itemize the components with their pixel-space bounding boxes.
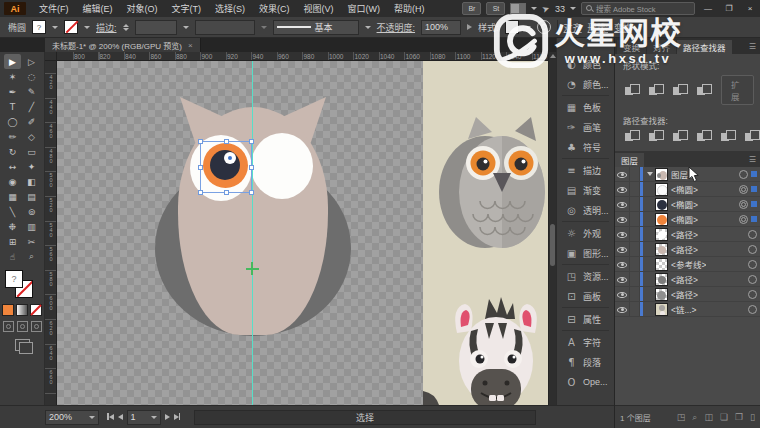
visibility-toggle[interactable] xyxy=(615,257,630,271)
draw-inside-icon[interactable] xyxy=(31,321,42,332)
tab-pathfinder[interactable]: 路径查找器 xyxy=(677,40,732,54)
paragraph-panel-button[interactable]: ¶段落 xyxy=(557,352,614,372)
free-transform-tool[interactable]: ▭ xyxy=(23,144,40,159)
draw-behind-icon[interactable] xyxy=(17,321,28,332)
selection-handle[interactable] xyxy=(249,139,254,144)
layer-name[interactable]: <椭圆> xyxy=(671,198,698,210)
minimize-button[interactable]: — xyxy=(700,2,716,15)
direct-selection-tool[interactable]: ▷ xyxy=(23,54,40,69)
gradient-tool[interactable]: ▤ xyxy=(23,189,40,204)
visibility-toggle[interactable] xyxy=(615,227,630,241)
canvas[interactable] xyxy=(57,61,548,405)
previous-artboard-button[interactable] xyxy=(118,414,123,420)
blend-tool[interactable]: ⊚ xyxy=(23,204,40,219)
chevron-down-icon[interactable] xyxy=(261,26,267,29)
artboard-tool[interactable]: ⊞ xyxy=(4,234,21,249)
target-circle[interactable] xyxy=(739,200,748,209)
selection-indicator[interactable] xyxy=(751,171,757,177)
layer-row-2[interactable]: <椭圆> xyxy=(615,197,760,212)
pathfinder-divide-icon[interactable] xyxy=(625,130,640,143)
ruler-origin-corner[interactable] xyxy=(45,52,57,61)
lock-toggle[interactable] xyxy=(630,197,640,211)
opacity-label[interactable]: 不透明度: xyxy=(377,21,416,34)
chevron-down-icon[interactable] xyxy=(365,26,371,29)
brushes-panel-button[interactable]: ✑画笔 xyxy=(557,117,614,137)
layer-name[interactable]: <路径> xyxy=(671,228,698,240)
gradient-button[interactable] xyxy=(16,304,28,316)
pen-tool[interactable]: ✒ xyxy=(4,84,21,99)
layer-row-5[interactable]: <路径> xyxy=(615,242,760,257)
share-icon[interactable]: ➤ xyxy=(541,3,552,15)
lock-toggle[interactable] xyxy=(630,167,640,181)
layer-row-4[interactable]: <路径> xyxy=(615,227,760,242)
first-artboard-button[interactable] xyxy=(107,412,114,422)
visibility-toggle[interactable] xyxy=(615,212,630,226)
next-artboard-button[interactable] xyxy=(165,414,170,420)
selection-indicator[interactable] xyxy=(751,201,757,207)
expand-button[interactable]: 扩展 xyxy=(721,75,754,105)
selection-handle[interactable] xyxy=(224,139,229,144)
eyedropper-tool[interactable]: ╲ xyxy=(4,204,21,219)
fill-swatch[interactable]: ? xyxy=(5,270,23,288)
lock-toggle[interactable] xyxy=(630,302,640,316)
layer-row-1[interactable]: <椭圆> xyxy=(615,182,760,197)
owl-right-eye-white[interactable] xyxy=(251,133,313,199)
hand-tool[interactable]: ☝ xyxy=(4,249,21,264)
live-paint-bucket-tool[interactable]: ◧ xyxy=(23,174,40,189)
transform-button[interactable]: 变换 xyxy=(614,21,632,34)
shaper-tool[interactable]: ✦ xyxy=(23,159,40,174)
draw-normal-icon[interactable] xyxy=(3,321,14,332)
pencil-tool[interactable]: ✏ xyxy=(4,129,21,144)
target-circle[interactable] xyxy=(748,260,757,269)
selection-tool[interactable]: ▶ xyxy=(4,54,21,69)
shape-mode-minus-front-icon[interactable] xyxy=(649,84,664,97)
restore-button[interactable]: ❐ xyxy=(721,2,737,15)
eraser-tool[interactable]: ◇ xyxy=(23,129,40,144)
gradient-panel-button[interactable]: ▤渐变 xyxy=(557,180,614,200)
menu-8[interactable]: 帮助(H) xyxy=(387,2,432,15)
lasso-tool[interactable]: ◌ xyxy=(23,69,40,84)
magic-wand-tool[interactable]: ✶ xyxy=(4,69,21,84)
target-circle[interactable] xyxy=(748,230,757,239)
target-circle[interactable] xyxy=(748,305,757,314)
transparency-panel-button[interactable]: ◎透明... xyxy=(557,200,614,220)
document-tab[interactable]: 未标题-1* @ 200% (RGB/GPU 预览) × xyxy=(45,38,201,52)
pathfinder-outline-icon[interactable] xyxy=(721,130,736,143)
visibility-toggle[interactable] xyxy=(615,242,630,256)
center-guide[interactable] xyxy=(252,61,253,405)
panel-menu-icon[interactable]: ☰ xyxy=(749,155,756,164)
column-graph-tool[interactable]: ▥ xyxy=(23,219,40,234)
symbol-sprayer-tool[interactable]: ❉ xyxy=(4,219,21,234)
color-guide-panel-button[interactable]: ◔颜色... xyxy=(557,74,614,94)
selection-handle[interactable] xyxy=(249,190,254,195)
close-tab-icon[interactable]: × xyxy=(188,41,193,50)
asset-export-panel-button[interactable]: ◳资源... xyxy=(557,266,614,286)
layer-row-9[interactable]: <链...> xyxy=(615,302,760,317)
visibility-toggle[interactable] xyxy=(615,287,630,301)
fill-color-swatch[interactable]: ? xyxy=(32,20,46,34)
shape-mode-exclude-icon[interactable] xyxy=(697,84,712,97)
menu-0[interactable]: 文件(F) xyxy=(32,2,76,15)
pathfinder-crop-icon[interactable] xyxy=(697,130,712,143)
locate-object-icon[interactable]: ⌕ xyxy=(692,412,697,423)
lock-toggle[interactable] xyxy=(630,257,640,271)
vertical-scrollbar[interactable] xyxy=(548,52,556,405)
lock-toggle[interactable] xyxy=(630,212,640,226)
app-logo[interactable]: Ai xyxy=(4,2,26,15)
new-sublayer-icon[interactable]: ❏ xyxy=(720,412,728,423)
layer-name[interactable]: <椭圆> xyxy=(671,213,698,225)
status-display[interactable]: 选择 xyxy=(194,410,536,425)
pathfinder-merge-icon[interactable] xyxy=(673,130,688,143)
symbols-panel-button[interactable]: ♣符号 xyxy=(557,137,614,157)
ellipse-tool[interactable]: ◯ xyxy=(4,114,21,129)
layer-name[interactable]: <椭圆> xyxy=(671,183,698,195)
stroke-panel-button[interactable]: ≡描边 xyxy=(557,160,614,180)
width-tool[interactable]: ↔ xyxy=(4,159,21,174)
chevron-down-icon[interactable] xyxy=(183,26,189,29)
target-circle[interactable] xyxy=(748,245,757,254)
color-panel-button[interactable]: ◐颜色 xyxy=(557,54,614,74)
menu-1[interactable]: 编辑(E) xyxy=(76,2,120,15)
appearance-panel-button[interactable]: ☼外观 xyxy=(557,223,614,243)
mesh-tool[interactable]: ▦ xyxy=(4,189,21,204)
visibility-toggle[interactable] xyxy=(615,182,630,196)
